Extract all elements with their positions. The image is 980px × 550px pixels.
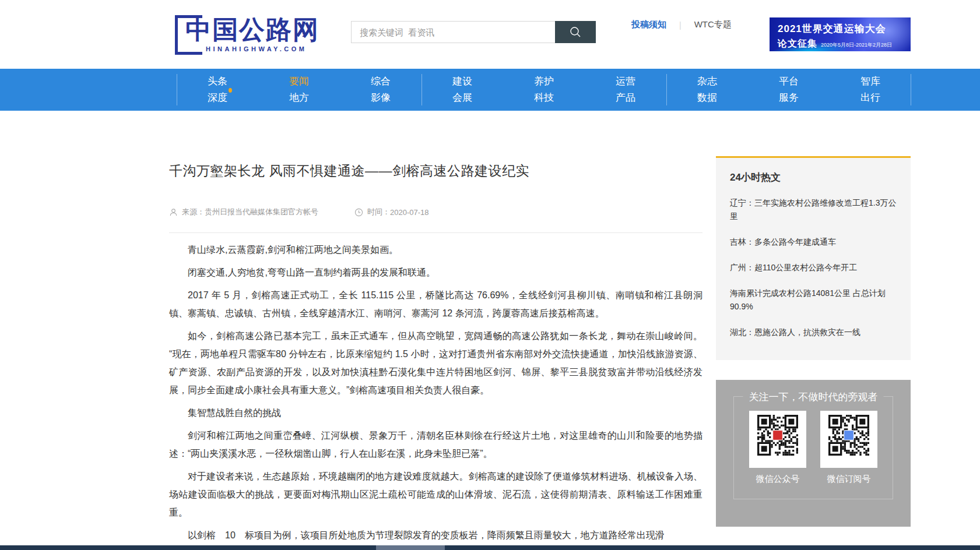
nav-column: 综合影像 [340,69,421,111]
nav-group: 建设会展养护科技运营产品 [421,69,666,111]
article-time-label: 时间： [367,207,390,217]
article-title: 千沟万壑架长龙 风雨不惧建通途——剑榕高速公路建设纪实 [169,162,702,180]
article-body: 青山绿水,云蒸霞蔚,剑河和榕江两地之间美景如画。闭塞交通,人穷地贫,弯弯山路一直… [169,241,702,544]
nav-item-服务[interactable]: 服务 [748,90,830,106]
follow-frame: 关注一下，不做时代的旁观者 微信公众号微信订阅号 [733,396,893,499]
nav-item-会展[interactable]: 会展 [421,90,503,106]
footer-bar [0,545,980,550]
follow-box: 关注一下，不做时代的旁观者 微信公众号微信订阅号 [716,380,911,527]
nav-column: 智库出行 [830,69,911,111]
header-links: 投稿须知 | WTC专题 [631,19,732,30]
main-nav: 头条深度要闻地方综合影像建设会展养护科技运营产品杂志数据平台服务智库出行 [0,69,980,111]
link-submission-notice[interactable]: 投稿须知 [631,19,666,30]
banner-line1: 2021世界交通运输大会 [778,22,911,36]
nav-column: 要闻地方 [258,69,340,111]
follow-title: 关注一下，不做时代的旁观者 [743,390,884,404]
nav-item-建设[interactable]: 建设 [421,73,503,90]
nav-item-要闻[interactable]: 要闻 [258,73,340,90]
article-meta: 来源： 贵州日报当代融媒体集团官方帐号 时间： 2020-07-18 [169,207,702,217]
nav-column: 平台服务 [748,69,830,111]
site-header: 中国公路网 HINAHIGHWAY.COM 投稿须知 | WTC专题 2021世… [0,0,980,69]
nav-item-影像[interactable]: 影像 [340,90,421,106]
qr-row: 微信公众号微信订阅号 [734,411,893,485]
article-time-value: 2020-07-18 [390,208,429,217]
banner-line2: 论文征集 [778,38,817,50]
article-paragraph: 剑河和榕江两地之间重峦叠嶂、江河纵横、景象万千，清朝名臣林则徐在行经这片土地，对… [169,426,702,463]
article-paragraph: 集智慧战胜自然的挑战 [169,404,702,422]
qr-caption: 微信公众号 [749,474,806,485]
user-icon [169,208,178,217]
nav-item-深度[interactable]: 深度 [177,90,258,106]
nav-column: 杂志数据 [666,69,748,111]
qr-tile [749,411,806,468]
site-logo[interactable]: 中国公路网 HINAHIGHWAY.COM [175,13,321,57]
nav-column: 养护科技 [503,69,585,111]
hot-list-item[interactable]: 吉林：多条公路今年建成通车 [730,235,897,249]
nav-item-养护[interactable]: 养护 [503,73,585,90]
nav-item-杂志[interactable]: 杂志 [666,73,748,90]
clock-icon [354,208,363,217]
links-separator: | [679,20,682,30]
nav-item-产品[interactable]: 产品 [585,90,666,106]
qr-caption: 微信订阅号 [820,474,877,485]
article-time: 时间： 2020-07-18 [354,207,429,217]
hot-list-item[interactable]: 广州：超110公里农村公路今年开工 [730,261,897,274]
new-badge-dot [229,88,232,93]
article-source: 来源： 贵州日报当代融媒体集团官方帐号 [169,207,318,217]
article-source-value: 贵州日报当代融媒体集团官方帐号 [205,207,318,217]
link-wtc-special[interactable]: WTC专题 [694,19,732,30]
nav-item-运营[interactable]: 运营 [585,73,666,90]
main-nav-groups: 头条深度要闻地方综合影像建设会展养护科技运营产品杂志数据平台服务智库出行 [177,69,911,111]
nav-item-智库[interactable]: 智库 [830,73,911,90]
qr-tile [820,411,877,468]
qr-code-image [757,415,798,456]
hot-list-item[interactable]: 湖北：恩施公路人，抗洪救灾在一线 [730,326,897,339]
nav-item-数据[interactable]: 数据 [666,90,748,106]
qr-item: 微信公众号 [749,411,806,485]
nav-item-平台[interactable]: 平台 [748,73,830,90]
search-icon [569,26,582,38]
article: 千沟万壑架长龙 风雨不惧建通途——剑榕高速公路建设纪实 来源： 贵州日报当代融媒… [169,146,702,549]
page: 中国公路网 HINAHIGHWAY.COM 投稿须知 | WTC专题 2021世… [0,0,980,550]
logo-subtitle: HINAHIGHWAY.COM [206,45,307,52]
article-paragraph: 闭塞交通,人穷地贫,弯弯山路一直制约着两县的发展和联通。 [169,263,702,281]
banner-dates: 2020年5月8日-2021年2月28日 [821,41,892,49]
search-input[interactable] [351,21,555,43]
nav-item-头条[interactable]: 头条 [177,73,258,90]
article-paragraph: 青山绿水,云蒸霞蔚,剑河和榕江两地之间美景如画。 [169,241,702,259]
hot-articles-list: 辽宁：三年实施农村公路维修改造工程1.3万公里吉林：多条公路今年建成通车广州：超… [730,196,897,339]
nav-column: 头条深度 [177,69,258,111]
nav-item-出行[interactable]: 出行 [830,90,911,106]
sidebar: 24小时热文 辽宁：三年实施农村公路维修改造工程1.3万公里吉林：多条公路今年建… [716,156,911,527]
hot-list-item[interactable]: 海南累计完成农村公路14081公里 占总计划90.9% [730,287,897,313]
search-bar [351,21,596,43]
nav-item-地方[interactable]: 地方 [258,90,340,106]
meta-divider [169,232,702,233]
nav-column: 建设会展 [421,69,503,111]
article-paragraph: 2017 年 5 月，剑榕高速正式动工，全长 115.115 公里，桥隧比高达 … [169,286,702,322]
nav-column: 运营产品 [585,69,666,111]
article-paragraph: 对于建设者来说，生态越原始，环境越幽闭的地方建设难度就越大。剑榕高速的建设除了便… [169,467,702,521]
qr-item: 微信订阅号 [820,411,877,485]
article-paragraph: 以剑榕 10 标项目为例，该项目所处地质为节理裂隙发育的变质板岩，降雨频繁且雨量… [169,526,702,544]
nav-group: 头条深度要闻地方综合影像 [177,69,421,111]
article-source-label: 来源： [182,207,205,217]
logo-title: 中国公路网 [185,13,319,47]
wtc-banner-ad[interactable]: 2021世界交通运输大会 论文征集 2020年5月8日-2021年2月28日 [770,17,911,51]
horizontal-scrollbar-thumb[interactable] [376,545,445,550]
qr-code-image [828,415,869,456]
search-button[interactable] [555,21,596,43]
hot-list-item[interactable]: 辽宁：三年实施农村公路维修改造工程1.3万公里 [730,196,897,223]
hot-articles-title: 24小时热文 [730,171,897,184]
article-paragraph: 如今，剑榕高速公路已基本完工，虽未正式通车，但从高空眺望，宽阔通畅的高速公路犹如… [169,327,702,399]
nav-group: 杂志数据平台服务智库出行 [666,69,911,111]
hot-articles-box: 24小时热文 辽宁：三年实施农村公路维修改造工程1.3万公里吉林：多条公路今年建… [716,156,911,360]
nav-item-综合[interactable]: 综合 [340,73,421,90]
nav-item-科技[interactable]: 科技 [503,90,585,106]
